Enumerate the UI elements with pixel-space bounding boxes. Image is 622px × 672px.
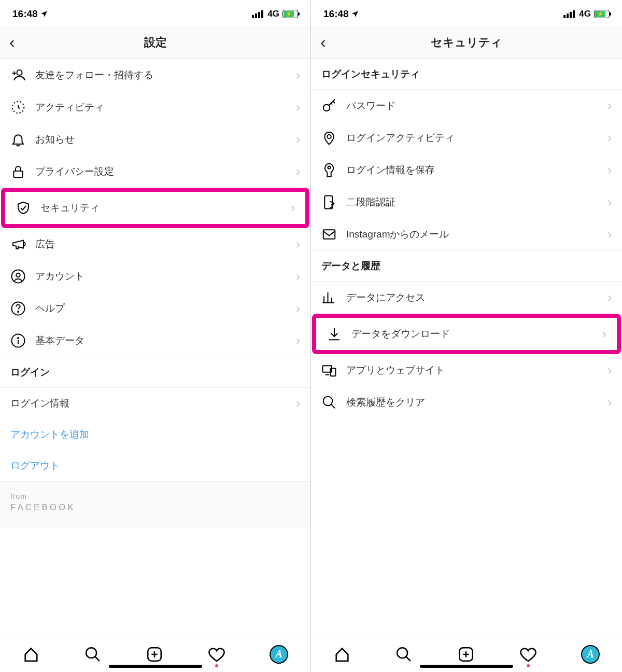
chevron-right-icon: › — [607, 195, 612, 209]
section-header-login-security: ログインセキュリティ — [311, 59, 622, 90]
security-item-apps-websites[interactable]: アプリとウェブサイト › — [311, 354, 622, 386]
location-arrow-icon — [40, 10, 48, 18]
list-item-label: パスワード — [346, 99, 598, 113]
settings-item-ads[interactable]: 広告 › — [0, 228, 310, 260]
settings-item-account[interactable]: アカウント › — [0, 260, 310, 292]
network-label: 4G — [579, 9, 591, 19]
key-icon — [321, 98, 337, 114]
megaphone-icon — [10, 236, 26, 252]
chart-icon — [321, 290, 337, 305]
status-bar: 16:48 4G ⚡ — [311, 0, 622, 26]
section-header-login: ログイン — [0, 357, 310, 388]
phone-security: 16:48 4G ⚡ ‹ セキュリティ ログインセキュリティ パスワード › ロ… — [311, 0, 622, 672]
page-title: 設定 — [144, 35, 167, 50]
security-list: ログインセキュリティ パスワード › ログインアクティビティ › ログイン情報を… — [311, 59, 622, 636]
bell-icon — [10, 132, 26, 147]
tab-search[interactable] — [395, 646, 413, 663]
svg-point-11 — [323, 105, 330, 111]
settings-item-help[interactable]: ヘルプ › — [0, 292, 310, 325]
settings-item-privacy[interactable]: プライバシー設定 › — [0, 156, 310, 188]
phone-settings: 16:48 4G ⚡ ‹ 設定 友達をフォロー・招待する › アクティビティ ›… — [0, 0, 311, 672]
security-item-two-factor[interactable]: 二段階認証 › — [311, 186, 622, 218]
security-item-login-activity[interactable]: ログインアクティビティ › — [311, 122, 622, 154]
tab-search[interactable] — [84, 646, 102, 663]
tab-home[interactable] — [333, 646, 351, 663]
login-info-row[interactable]: ログイン情報 › — [0, 388, 310, 419]
status-bar: 16:48 4G ⚡ — [0, 0, 310, 26]
settings-item-notifications[interactable]: お知らせ › — [0, 123, 310, 156]
chevron-right-icon: › — [607, 290, 612, 305]
security-item-emails[interactable]: Instagramからのメール › — [311, 218, 622, 250]
pin-icon — [321, 130, 337, 146]
devices-icon — [321, 362, 337, 378]
settings-item-info[interactable]: 基本データ › — [0, 325, 310, 357]
svg-point-13 — [328, 166, 331, 169]
tab-profile[interactable]: A — [270, 645, 288, 664]
tab-new-post[interactable] — [457, 646, 475, 663]
keyhole-icon — [321, 162, 337, 178]
svg-point-3 — [12, 270, 25, 283]
svg-point-19 — [398, 648, 408, 658]
list-item-label: 検索履歴をクリア — [346, 396, 598, 409]
list-item-label: ログアウト — [10, 459, 300, 472]
security-item-download-data[interactable]: データをダウンロード › — [316, 318, 617, 350]
shield-check-icon — [16, 200, 31, 216]
svg-point-4 — [16, 273, 20, 277]
security-item-clear-search[interactable]: 検索履歴をクリア › — [311, 386, 622, 418]
page-title: セキュリティ — [431, 35, 502, 50]
chevron-right-icon: › — [291, 201, 295, 215]
tab-profile[interactable]: A — [581, 645, 600, 664]
back-button[interactable]: ‹ — [320, 33, 326, 52]
network-label: 4G — [267, 9, 279, 19]
status-time: 16:48 — [323, 8, 349, 20]
tab-activity[interactable] — [208, 646, 225, 663]
list-item-label: アカウントを追加 — [10, 428, 300, 441]
chevron-right-icon: › — [607, 395, 612, 410]
chevron-right-icon: › — [296, 269, 300, 284]
settings-item-security[interactable]: セキュリティ › — [5, 192, 305, 224]
chevron-right-icon: › — [296, 164, 300, 179]
nav-header-settings: ‹ 設定 — [0, 26, 310, 59]
nav-header-security: ‹ セキュリティ — [311, 26, 622, 59]
security-item-access-data[interactable]: データにアクセス › — [311, 282, 622, 314]
security-item-saved-login[interactable]: ログイン情報を保存 › — [311, 154, 622, 186]
battery-icon: ⚡ — [594, 10, 610, 18]
brand-name: FACEBOOK — [10, 502, 300, 513]
logout-row[interactable]: ログアウト — [0, 450, 310, 481]
chevron-right-icon: › — [607, 363, 612, 377]
settings-item-follow-invite[interactable]: 友達をフォロー・招待する › — [0, 59, 310, 91]
list-item-label: ヘルプ — [35, 302, 287, 315]
security-item-password[interactable]: パスワード › — [311, 90, 622, 122]
chevron-right-icon: › — [296, 132, 300, 147]
back-button[interactable]: ‹ — [9, 33, 15, 52]
chevron-right-icon: › — [607, 99, 612, 113]
settings-list: 友達をフォロー・招待する › アクティビティ › お知らせ › プライバシー設定… — [0, 59, 310, 636]
download-icon — [327, 326, 342, 342]
list-item-label: ログイン情報を保存 — [346, 163, 598, 177]
brand-from: from — [10, 492, 300, 500]
tab-home[interactable] — [22, 646, 40, 663]
search-icon — [321, 395, 337, 410]
highlight-download-data: データをダウンロード › — [312, 314, 621, 354]
svg-rect-15 — [323, 230, 335, 239]
chevron-right-icon: › — [296, 100, 300, 115]
footer-brand: from FACEBOOK — [0, 481, 310, 528]
chevron-right-icon: › — [296, 68, 300, 82]
mail-icon — [321, 227, 337, 242]
tab-new-post[interactable] — [146, 646, 163, 663]
list-item-label: プライバシー設定 — [35, 165, 287, 178]
list-item-label: 広告 — [35, 237, 287, 251]
svg-point-18 — [323, 397, 333, 406]
svg-point-9 — [86, 648, 96, 658]
add-account-row[interactable]: アカウントを追加 — [0, 419, 310, 450]
list-item-label: お知らせ — [35, 133, 287, 146]
user-circle-icon — [10, 269, 26, 284]
list-item-label: アプリとウェブサイト — [346, 363, 598, 377]
svg-rect-2 — [13, 171, 23, 178]
signal-icon — [252, 10, 263, 18]
status-time: 16:48 — [12, 8, 38, 20]
signal-icon — [563, 10, 575, 18]
chevron-right-icon: › — [607, 131, 612, 145]
settings-item-activity[interactable]: アクティビティ › — [0, 91, 310, 123]
tab-activity[interactable] — [519, 646, 537, 663]
